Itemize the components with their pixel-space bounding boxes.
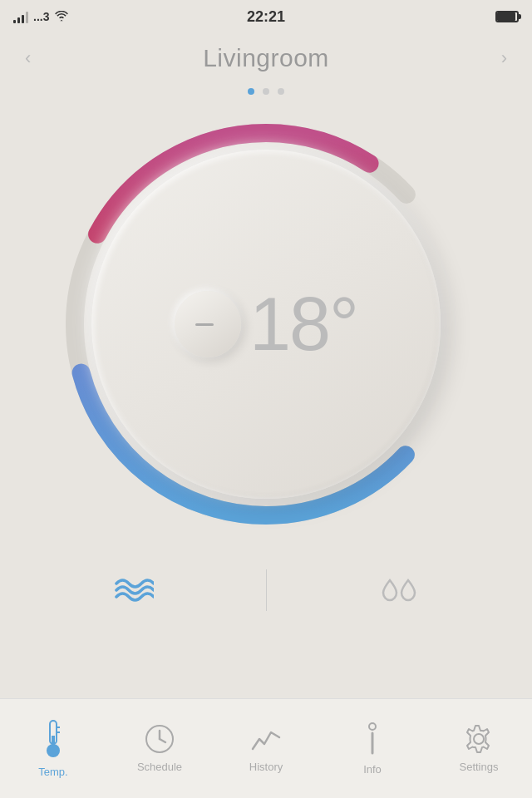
nav-prev-button[interactable]: ‹ xyxy=(25,47,31,69)
header: ‹ Livingroom › xyxy=(0,33,532,83)
nav-label-settings: Settings xyxy=(460,761,499,773)
wifi-icon xyxy=(54,11,69,22)
temperature-display: 18° xyxy=(175,287,357,362)
status-bar: ...3 22:21 xyxy=(0,0,532,33)
humidity-control-button[interactable] xyxy=(267,549,533,632)
fan-control-button[interactable] xyxy=(0,549,266,632)
nav-next-button[interactable]: › xyxy=(501,47,507,69)
battery-icon xyxy=(495,11,519,22)
controls-row xyxy=(0,549,532,632)
battery-fill xyxy=(497,12,515,21)
nav-item-info[interactable]: Info xyxy=(319,699,426,798)
dial-knob[interactable] xyxy=(175,291,241,357)
clock-icon xyxy=(145,724,175,754)
knob-indicator xyxy=(195,323,214,326)
dot-2[interactable] xyxy=(263,88,269,95)
nav-label-temp: Temp. xyxy=(38,766,67,778)
signal-icon xyxy=(13,10,28,23)
arc-container[interactable]: 18° xyxy=(50,108,482,540)
gear-icon xyxy=(464,724,494,754)
svg-line-10 xyxy=(160,739,165,742)
thermometer-icon xyxy=(42,719,65,759)
nav-item-history[interactable]: History xyxy=(213,699,319,798)
svg-point-4 xyxy=(47,744,60,757)
status-right xyxy=(495,11,519,22)
nav-item-schedule[interactable]: Schedule xyxy=(106,699,213,798)
signal-label: ...3 xyxy=(33,10,49,23)
nav-label-info: Info xyxy=(363,763,382,776)
chart-icon xyxy=(251,724,281,754)
page-dots xyxy=(0,83,532,100)
dot-1[interactable] xyxy=(248,88,254,95)
svg-point-11 xyxy=(369,723,376,730)
info-icon xyxy=(360,722,385,756)
room-title: Livingroom xyxy=(203,44,329,72)
nav-item-settings[interactable]: Settings xyxy=(426,699,532,798)
svg-point-13 xyxy=(474,734,484,744)
status-left: ...3 xyxy=(13,10,69,23)
fan-icon xyxy=(112,574,154,607)
dot-3[interactable] xyxy=(278,88,284,95)
nav-label-schedule: Schedule xyxy=(137,761,182,773)
bottom-nav: Temp. Schedule History Info Settings xyxy=(0,698,532,798)
svg-rect-5 xyxy=(52,736,55,746)
thermostat-area: 18° xyxy=(0,108,532,540)
status-time: 22:21 xyxy=(247,8,285,26)
temperature-value: 18° xyxy=(249,287,357,362)
humidity-icon xyxy=(378,574,420,607)
thermostat-dial[interactable]: 18° xyxy=(91,150,441,499)
nav-item-temp[interactable]: Temp. xyxy=(0,699,106,798)
nav-label-history: History xyxy=(249,761,283,773)
